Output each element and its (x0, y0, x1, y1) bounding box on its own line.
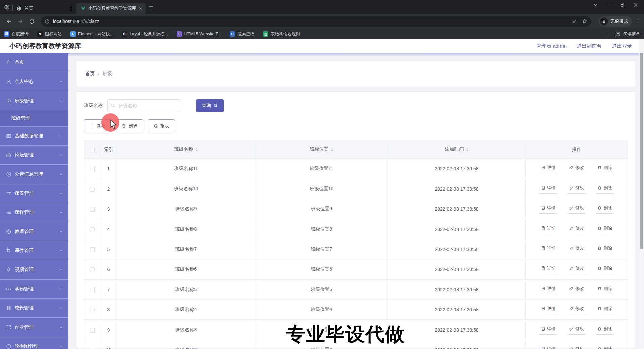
sort-icons[interactable] (466, 147, 469, 153)
sidebar-item-timetable[interactable]: 课表管理 (0, 184, 68, 203)
sidebar-item-forum[interactable]: 论坛管理 (0, 146, 68, 165)
sidebar-item-carousel[interactable]: 轮播图管理 (0, 337, 68, 349)
page-scrollbar-thumb[interactable] (640, 53, 643, 249)
row-checkbox[interactable] (90, 167, 95, 171)
sidebar-item-basic-data[interactable]: 基础数据管理 (0, 127, 68, 146)
sidebar-item-homework[interactable]: 作业管理 (0, 318, 68, 337)
delete-button[interactable]: 删除 (596, 164, 614, 173)
minimize-icon[interactable] (607, 3, 611, 7)
admin-user-link[interactable]: 管理员 admin (536, 43, 567, 49)
row-checkbox[interactable] (90, 207, 95, 212)
forward-icon[interactable] (17, 18, 23, 24)
edit-button[interactable]: 修改 (568, 204, 586, 214)
batch-delete-button[interactable]: 删除 (116, 119, 143, 132)
site-info-icon[interactable] (45, 19, 50, 24)
delete-button[interactable]: 删除 (596, 345, 614, 349)
sidebar-item-class-management[interactable]: 班级管理 (0, 91, 68, 110)
edit-button[interactable]: 修改 (568, 265, 586, 274)
sidebar-item-announcements[interactable]: 公告信息管理 (0, 165, 68, 184)
detail-button[interactable]: 详情 (539, 265, 557, 274)
delete-button[interactable]: 删除 (596, 225, 614, 234)
browser-menu-icon[interactable] (635, 19, 641, 24)
reload-icon[interactable] (29, 19, 35, 24)
bookmark-table-naming[interactable]: ▦表结构命名规则 (263, 31, 300, 37)
breadcrumb-home[interactable]: 首页 (85, 71, 95, 77)
header-add-time[interactable]: 添加时间 (388, 141, 526, 159)
select-all-checkbox[interactable] (90, 148, 95, 152)
row-checkbox[interactable] (90, 348, 95, 349)
tab-close-icon[interactable] (69, 6, 73, 10)
bookmark-element[interactable]: EElement - 网站快... (70, 31, 113, 37)
sort-icons[interactable] (195, 147, 198, 153)
delete-button[interactable]: 删除 (596, 265, 614, 274)
close-icon[interactable] (633, 3, 638, 7)
new-tab-button[interactable] (148, 4, 154, 11)
row-checkbox[interactable] (90, 288, 95, 292)
sidebar-item-personal-center[interactable]: 个人中心 (0, 72, 68, 91)
detail-button[interactable]: 详情 (539, 184, 557, 194)
bookmark-baidu-translate[interactable]: 译百度翻译 (4, 31, 29, 37)
user-icon (6, 79, 11, 84)
delete-button[interactable]: 删除 (596, 184, 614, 194)
bookmark-wallpaper[interactable]: U搜索壁纸 (230, 31, 254, 37)
bookmark-star-icon[interactable] (582, 19, 587, 24)
detail-button[interactable]: 详情 (539, 305, 557, 314)
sidebar-item-students[interactable]: 学员管理 (0, 280, 68, 299)
detail-button[interactable]: 详情 (539, 204, 557, 214)
sidebar-item-teachers[interactable]: 教师管理 (0, 222, 68, 241)
query-button[interactable]: 查询 (196, 99, 224, 112)
edit-button[interactable]: 修改 (568, 164, 586, 173)
delete-button[interactable]: 删除 (596, 204, 614, 214)
logout-link[interactable]: 退出登录 (612, 43, 632, 49)
row-checkbox[interactable] (90, 247, 95, 252)
row-checkbox[interactable] (90, 227, 95, 232)
sidebar-item-courseware[interactable]: 课件管理 (0, 241, 68, 260)
edit-button[interactable]: 修改 (568, 345, 586, 349)
app-header: 小码创客教育教学资源库 管理员 admin 退出到前台 退出登录 (0, 39, 644, 53)
header-class-location[interactable]: 班级位置 (255, 141, 388, 159)
sidebar-item-videos[interactable]: 视频管理 (0, 260, 68, 280)
detail-button[interactable]: 详情 (539, 325, 557, 335)
delete-button[interactable]: 删除 (596, 245, 614, 254)
tab-home[interactable]: 首页 (13, 3, 76, 14)
delete-button[interactable]: 删除 (596, 305, 614, 314)
restore-icon[interactable] (620, 3, 625, 7)
delete-button[interactable]: 删除 (596, 285, 614, 294)
address-bar[interactable]: localhost:8081/#/clazz (41, 16, 591, 27)
detail-button[interactable]: 详情 (539, 345, 557, 349)
row-checkbox[interactable] (90, 187, 95, 192)
back-icon[interactable] (6, 18, 12, 24)
sidebar-item-home[interactable]: 首页 (0, 53, 68, 72)
sidebar-item-courses[interactable]: 课程管理 (0, 203, 68, 222)
detail-button[interactable]: 详情 (539, 245, 557, 254)
tab-close-icon[interactable] (138, 6, 142, 10)
bookmark-layui[interactable]: 山Layui - 经典开源模... (122, 31, 168, 37)
edit-button[interactable]: 修改 (568, 285, 586, 294)
edit-button[interactable]: 修改 (568, 325, 586, 335)
detail-button[interactable]: 详情 (539, 164, 557, 173)
bookmark-html5-template[interactable]: 5HTML5 Website T... (177, 31, 221, 37)
row-checkbox[interactable] (90, 267, 95, 272)
sidebar-subitem-class-management[interactable]: 班级管理 (0, 110, 68, 127)
edit-button[interactable]: 修改 (568, 184, 586, 194)
sort-icons[interactable] (331, 147, 333, 153)
report-button[interactable]: 报表 (148, 119, 175, 132)
window-menu-icon[interactable] (593, 3, 598, 7)
edit-button[interactable]: 修改 (568, 225, 586, 234)
row-checkbox[interactable] (90, 308, 95, 312)
header-class-name[interactable]: 班级名称 (117, 141, 255, 159)
reading-list[interactable]: 阅读清单 (609, 31, 640, 37)
exit-to-front-link[interactable]: 退出到前台 (577, 43, 602, 49)
edit-button[interactable]: 修改 (568, 245, 586, 254)
class-name-input[interactable] (107, 99, 180, 112)
row-checkbox[interactable] (90, 328, 95, 333)
sidebar-item-principals[interactable]: 校长管理 (0, 299, 68, 318)
password-key-icon[interactable] (572, 19, 577, 24)
detail-button[interactable]: 详情 (539, 225, 557, 234)
detail-button[interactable]: 详情 (539, 285, 557, 294)
chevron-down-icon (59, 80, 63, 84)
bookmark-icon-site[interactable]: ⚑图标网站 (37, 31, 62, 37)
edit-button[interactable]: 修改 (568, 305, 586, 314)
delete-button[interactable]: 删除 (596, 325, 614, 335)
tab-current[interactable]: 小码创客教育教学资源库 (76, 3, 146, 14)
